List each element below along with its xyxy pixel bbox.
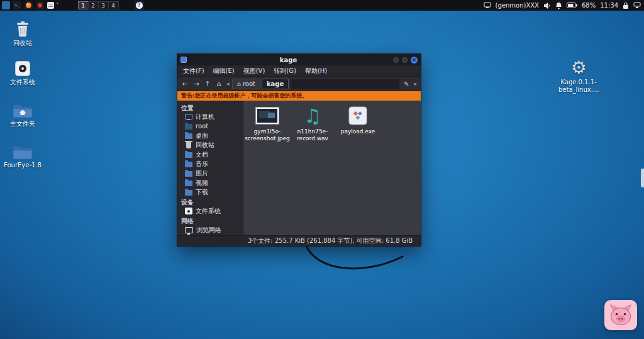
close-button[interactable]: ×	[411, 57, 418, 64]
gear-glyph: ⚙	[570, 59, 586, 77]
panel-launchers: >_ ˇ 1 2 3 4 ?	[0, 1, 144, 10]
file-label: gym1l5o-screenshot.jpeg	[245, 128, 290, 142]
forward-button[interactable]: →	[191, 79, 201, 89]
sidebar-item-label: 文档	[196, 150, 208, 159]
sidebar-item-downloads[interactable]: 下载	[177, 187, 243, 197]
screenshot-tool-icon[interactable]: ?	[135, 1, 144, 10]
sidebar-item-documents[interactable]: 文档	[177, 150, 243, 159]
firefox-icon	[26, 3, 31, 8]
edit-path-icon[interactable]: ✎	[401, 79, 411, 89]
minimize-button[interactable]	[393, 57, 399, 63]
window-app-icon	[180, 57, 187, 63]
window-titlebar[interactable]: kage ×	[177, 54, 421, 65]
maximize-button[interactable]	[402, 57, 408, 63]
file-list-area[interactable]: gym1l5o-screenshot.jpeg ♫ n11hn75e-recor…	[243, 101, 421, 235]
pig-sticker	[604, 300, 637, 330]
folder-icon	[185, 162, 192, 167]
network-browse-icon	[185, 227, 193, 233]
workspace-2[interactable]: 2	[88, 1, 99, 9]
image-thumbnail-icon	[245, 104, 290, 127]
volume-icon[interactable]	[543, 2, 551, 9]
lock-icon[interactable]	[623, 2, 629, 9]
workspace-3[interactable]: 3	[98, 1, 109, 9]
whisker-menu-icon[interactable]	[2, 1, 10, 9]
desktop-icon-filesystem[interactable]: 文件系统	[3, 58, 43, 86]
menu-view[interactable]: 视图(V)	[239, 65, 270, 76]
sidebar-item-label: 下载	[196, 188, 208, 197]
desktop-icon-label: 主文件夹	[3, 120, 43, 128]
sidebar-header-places: 位置	[177, 103, 243, 112]
up-button[interactable]: ↑	[203, 79, 213, 89]
terminal-launcher-icon[interactable]: >_	[13, 1, 21, 9]
executable-icon	[335, 104, 380, 127]
filesystem-drive-icon	[3, 58, 43, 77]
file-record-wav[interactable]: ♫ n11hn75e-record.wav	[290, 104, 335, 142]
menubar: 文件(F) 编辑(E) 视图(V) 转到(G) 帮助(H)	[177, 65, 421, 77]
folder-icon	[185, 152, 192, 158]
desktop-icon-home[interactable]: 主文件夹	[3, 99, 43, 128]
sidebar-item-root[interactable]: root	[177, 121, 243, 131]
sidebar-item-videos[interactable]: 视频	[177, 178, 243, 187]
battery-percent: 68%	[582, 2, 596, 9]
path-scroll-left-icon[interactable]: ◂	[225, 81, 231, 87]
network-icon[interactable]	[633, 2, 641, 9]
menu-edit[interactable]: 编辑(E)	[209, 65, 239, 76]
home-button[interactable]: ⌂	[214, 79, 224, 89]
clock[interactable]: 11:34	[600, 2, 618, 9]
file-payload-exe[interactable]: payload.exe	[335, 104, 380, 135]
genmon-monitor-icon[interactable]	[484, 2, 491, 9]
browser-launcher-icon[interactable]	[25, 1, 33, 9]
path-scroll-right-icon[interactable]: ▸	[413, 81, 418, 87]
workspace-pager: 1 2 3 4	[79, 1, 119, 9]
sidebar-item-trash[interactable]: 回收站	[177, 140, 243, 150]
breadcrumb-current[interactable]: kage	[262, 79, 289, 89]
editor-launcher-icon[interactable]	[47, 2, 54, 9]
hidden-panel-grip[interactable]	[641, 169, 644, 187]
launcher-caret-icon[interactable]: ˇ	[56, 3, 59, 9]
sidebar-item-filesystem[interactable]: 文件系统	[177, 206, 243, 216]
sidebar-item-label: 图片	[196, 169, 208, 178]
sidebar: 位置 计算机 root 桌面 回收站	[177, 101, 243, 235]
file-manager-window: kage × 文件(F) 编辑(E) 视图(V) 转到(G) 帮助(H) ← →…	[177, 53, 421, 247]
sidebar-item-label: 视频	[196, 179, 208, 187]
workspace-1[interactable]: 1	[78, 1, 89, 9]
menu-go[interactable]: 转到(G)	[269, 65, 301, 76]
document-lines-icon	[48, 4, 53, 7]
file-screenshot-jpeg[interactable]: gym1l5o-screenshot.jpeg	[245, 104, 290, 142]
notes-launcher-icon[interactable]	[36, 1, 44, 9]
toolbar: ← → ↑ ⌂ ◂ ⌂ root kage ✎ ▸	[177, 77, 421, 91]
back-button[interactable]: ←	[180, 79, 190, 89]
folder-icon	[185, 190, 192, 196]
audio-note-icon: ♫	[290, 104, 335, 127]
desktop-icon-trash[interactable]: 回收站	[3, 19, 43, 47]
menu-help[interactable]: 帮助(H)	[301, 65, 331, 76]
trash-icon	[3, 19, 43, 38]
sidebar-header-devices: 设备	[177, 197, 243, 206]
breadcrumb-current-label: kage	[267, 81, 284, 87]
path-bar[interactable]	[290, 79, 400, 89]
computer-icon	[185, 114, 192, 119]
panel-status-area: (genmon)XXX 68% 11:34	[484, 2, 644, 9]
workspace-4[interactable]: 4	[108, 1, 119, 9]
menu-file[interactable]: 文件(F)	[179, 65, 209, 76]
desktop: >_ ˇ 1 2 3 4 ? (genmon)XXX	[0, 0, 644, 339]
statusbar: 3个文件: 255.7 KiB (261,884 字节), 可用空间: 61.8…	[177, 235, 421, 246]
file-label: payload.exe	[335, 128, 380, 135]
folder-icon	[185, 171, 192, 177]
sidebar-item-music[interactable]: 音乐	[177, 159, 243, 169]
sidebar-item-computer[interactable]: 计算机	[177, 112, 243, 121]
notifications-bell-icon[interactable]	[555, 2, 562, 9]
breadcrumb-root[interactable]: ⌂ root	[232, 79, 260, 89]
sidebar-item-pictures[interactable]: 图片	[177, 169, 243, 178]
window-title: kage	[187, 57, 390, 64]
desktop-icon-kage[interactable]: ⚙ Kage.0.1.1-beta_linux....	[558, 58, 599, 94]
sidebar-item-desktop[interactable]: 桌面	[177, 131, 243, 140]
wallpaper-cable-curve	[294, 242, 426, 281]
home-icon: ⌂	[237, 81, 241, 87]
top-panel: >_ ˇ 1 2 3 4 ? (genmon)XXX	[0, 0, 644, 11]
sidebar-item-browse-network[interactable]: 浏览网络	[177, 225, 243, 235]
battery-icon[interactable]	[567, 3, 577, 8]
desktop-icon-foureye[interactable]: FourEye-1.8	[3, 141, 43, 169]
file-label: n11hn75e-record.wav	[290, 128, 335, 142]
sidebar-item-label: root	[196, 123, 208, 130]
